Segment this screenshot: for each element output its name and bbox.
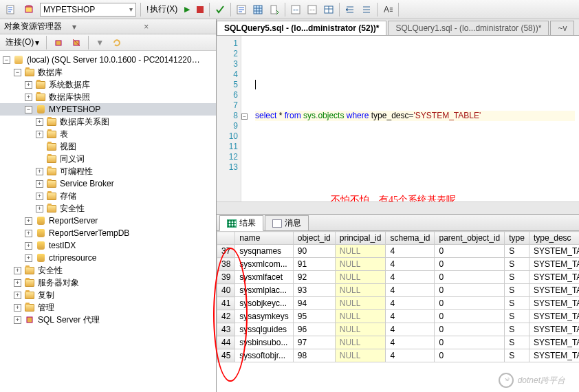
close-explorer-icon[interactable]: × [144, 22, 212, 32]
svg-text:--: -- [309, 5, 315, 14]
col-header[interactable]: name [235, 232, 293, 245]
tables-node[interactable]: +表 [0, 128, 216, 140]
db-security-node[interactable]: +安全性 [0, 202, 216, 215]
storage-node[interactable]: +存储 [0, 190, 216, 202]
connect-button[interactable]: 连接(O) ▾ [3, 36, 42, 49]
pin-icon[interactable]: ▾ [72, 22, 140, 32]
object-tree[interactable]: −(local) (SQL Server 10.0.1600 - PC20141… [0, 51, 216, 392]
reportserver-db-node[interactable]: +ReportServer [0, 215, 216, 227]
svg-rect-2 [25, 7, 32, 12]
debug-button[interactable]: ▶ [182, 3, 193, 15]
indent-icon[interactable] [342, 3, 358, 16]
tab-sqlquery1[interactable]: SQLQuery1.sql - (lo...dministrator (58))… [388, 21, 549, 35]
reportservertempdb-node[interactable]: +ReportServerTempDB [0, 227, 216, 239]
service-broker-node[interactable]: +Service Broker [0, 177, 216, 190]
sys-databases-node[interactable]: +系统数据库 [0, 78, 216, 91]
uncomment-icon[interactable]: -- [305, 3, 320, 16]
col-header[interactable]: type_desc [529, 232, 579, 245]
explorer-title-bar: 对象资源管理器 ▾ × [0, 19, 216, 34]
results-text-icon[interactable] [234, 3, 249, 16]
execute-label: 执行(X) [150, 3, 177, 15]
synonyms-node[interactable]: 同义词 [0, 153, 216, 165]
execute-button[interactable]: ! 执行(X) [144, 2, 180, 17]
document-tabs: SQLQuery5.sql - (lo...dministrator (52))… [217, 19, 579, 36]
sql-agent-node[interactable]: +SQL Server 代理 [0, 314, 216, 326]
sql-editor[interactable]: 12345678910111213 − select * from sys.ob… [217, 36, 579, 215]
col-header[interactable]: schema_id [386, 232, 435, 245]
stop-button[interactable] [194, 5, 206, 14]
mypetshop-db-node[interactable]: −MYPETSHOP [0, 103, 216, 116]
table-row[interactable]: 39sysxmlfacet92NULL40SSYSTEM_TABLE [217, 271, 580, 284]
comment-out-icon[interactable]: -- [288, 3, 303, 16]
management-node[interactable]: +管理 [0, 301, 216, 314]
databases-node[interactable]: −数据库 [0, 66, 216, 78]
tab-sqlquery5[interactable]: SQLQuery5.sql - (lo...dministrator (52))… [217, 21, 386, 35]
specify-values-icon[interactable]: A≡ [380, 3, 395, 16]
results-grid-icon[interactable] [250, 3, 265, 16]
col-header[interactable] [217, 232, 235, 245]
table-row[interactable]: 40sysxmlplac...93NULL40SSYSTEM_TABLE [217, 284, 580, 297]
views-node[interactable]: 视图 [0, 140, 216, 153]
refresh-icon[interactable] [109, 36, 124, 49]
wechat-icon: ༄ [499, 373, 514, 388]
messages-tab[interactable]: 消息 [265, 215, 309, 231]
outdent-icon[interactable] [359, 3, 374, 16]
table-row[interactable]: 43syssqlguides96NULL40SSYSTEM_TABLE [217, 323, 580, 336]
parse-icon[interactable] [212, 3, 228, 16]
ctripresource-db-node[interactable]: +ctripresource [0, 252, 216, 264]
result-tabs: 结果 消息 [217, 215, 579, 231]
replication-node[interactable]: +复制 [0, 289, 216, 301]
main-toolbar: MYPETSHOP ! 执行(X) ▶ -- -- A≡ [0, 0, 579, 19]
disconnect-icon[interactable] [51, 36, 66, 49]
tables-icon[interactable] [321, 3, 336, 16]
results-tab[interactable]: 结果 [219, 215, 263, 231]
tab-overflow[interactable]: ~v [550, 21, 574, 35]
table-row[interactable]: 45syssoftobjr...98NULL40SSYSTEM_TABLE [217, 349, 580, 362]
svg-rect-4 [254, 6, 262, 14]
testidx-db-node[interactable]: +testIDX [0, 239, 216, 252]
db-snapshot-node[interactable]: +数据库快照 [0, 91, 216, 103]
explorer-toolbar: 连接(O) ▾ ▼ [0, 34, 216, 51]
results-table: nameobject_idprincipal_idschema_idparent… [217, 231, 579, 362]
server-node[interactable]: −(local) (SQL Server 10.0.1600 - PC20141… [0, 54, 216, 66]
server-objects-node[interactable]: +服务器对象 [0, 276, 216, 289]
grid-icon [227, 219, 237, 228]
new-query-icon[interactable] [3, 3, 19, 17]
line-gutter: 12345678910111213 [217, 36, 241, 214]
explorer-title: 对象资源管理器 [4, 21, 72, 32]
col-header[interactable]: object_id [293, 232, 335, 245]
stop-refresh-icon[interactable] [69, 36, 84, 49]
object-explorer: 对象资源管理器 ▾ × 连接(O) ▾ ▼ −(local) (SQL Serv… [0, 19, 217, 392]
table-row[interactable]: 38sysxmlcom...91NULL40SSYSTEM_TABLE [217, 258, 580, 271]
db-diagrams-node[interactable]: +数据库关系图 [0, 116, 216, 128]
security-node[interactable]: +安全性 [0, 264, 216, 276]
database-combo-value: MYPETSHOP [43, 5, 95, 14]
table-row[interactable]: 41sysobjkeyc...94NULL40SSYSTEM_TABLE [217, 297, 580, 310]
watermark: ༄dotnet跨平台 [499, 373, 565, 388]
col-header[interactable]: principal_id [335, 232, 386, 245]
svg-rect-5 [271, 6, 276, 14]
table-row[interactable]: 37sysqnames90NULL40SSYSTEM_TABLE [217, 245, 580, 258]
table-row[interactable]: 42sysasymkeys95NULL40SSYSTEM_TABLE [217, 310, 580, 323]
programmability-node[interactable]: +可编程性 [0, 165, 216, 177]
svg-rect-15 [27, 317, 32, 323]
col-header[interactable]: parent_object_id [435, 232, 505, 245]
annotation-oval [213, 248, 248, 382]
col-header[interactable]: type [505, 232, 529, 245]
results-grid[interactable]: nameobject_idprincipal_idschema_idparent… [217, 231, 579, 392]
code-area[interactable]: select * from sys.objects where type_des… [241, 36, 579, 214]
db-engine-icon[interactable] [21, 3, 37, 17]
table-row[interactable]: 44sysbinsubo...97NULL40SSYSTEM_TABLE [217, 336, 580, 349]
svg-text:--: -- [293, 5, 298, 14]
svg-rect-12 [56, 41, 61, 45]
svg-text:A≡: A≡ [384, 5, 393, 14]
editor-panel: SQLQuery5.sql - (lo...dministrator (52))… [217, 19, 579, 392]
filter-icon[interactable]: ▼ [93, 36, 107, 49]
database-combo[interactable]: MYPETSHOP [40, 3, 136, 17]
editor-hscroll[interactable] [217, 202, 579, 214]
results-file-icon[interactable] [267, 3, 282, 16]
message-icon [272, 219, 282, 228]
